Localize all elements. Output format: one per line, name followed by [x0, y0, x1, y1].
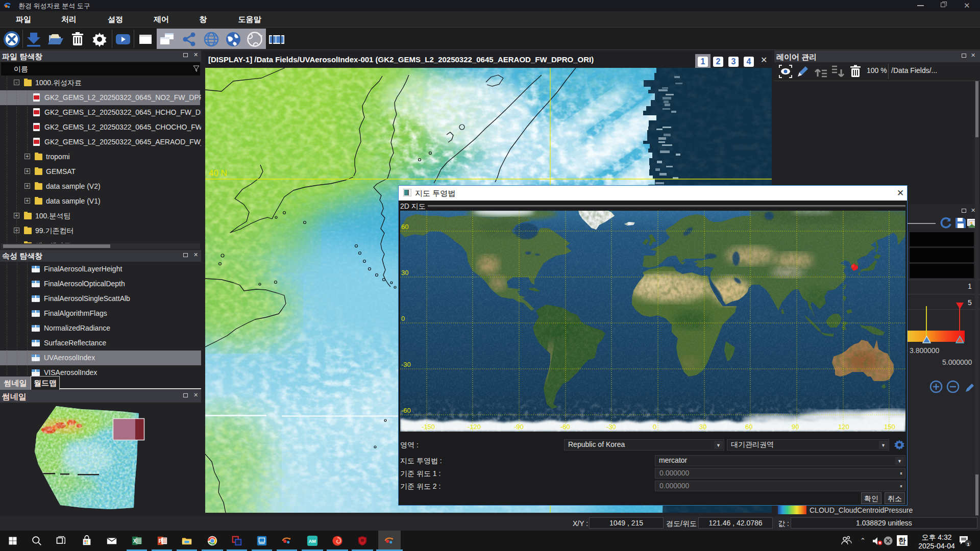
svg-text:0: 0	[653, 423, 656, 431]
svg-text:120: 120	[838, 423, 849, 431]
svg-text:-120: -120	[468, 423, 481, 431]
svg-text:90: 90	[792, 423, 799, 431]
svg-text:60: 60	[745, 423, 752, 431]
svg-text:1: 1	[967, 542, 970, 547]
svg-text:30: 30	[699, 423, 706, 431]
svg-text:P: P	[159, 538, 162, 544]
svg-text:-150: -150	[422, 423, 435, 431]
svg-text:-90: -90	[514, 423, 524, 431]
svg-text:-30: -30	[606, 423, 616, 431]
svg-text:60: 60	[401, 223, 408, 231]
svg-text:X: X	[133, 538, 137, 544]
svg-text:150: 150	[884, 423, 895, 431]
svg-text:0: 0	[401, 315, 405, 322]
svg-text:AM: AM	[309, 539, 316, 544]
svg-text:40 N: 40 N	[209, 168, 227, 178]
svg-text:30: 30	[401, 269, 408, 277]
svg-text:-60: -60	[560, 423, 570, 431]
svg-text:-60: -60	[401, 407, 411, 414]
svg-text:-30: -30	[401, 361, 411, 368]
